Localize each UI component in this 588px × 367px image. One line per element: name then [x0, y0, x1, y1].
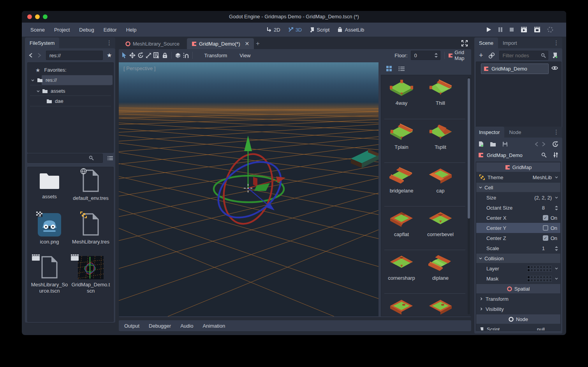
mode-3d-button[interactable]: 3D: [288, 27, 302, 33]
palette-item-tsplit[interactable]: Tsplit: [421, 123, 460, 150]
scale-tool-button[interactable]: [144, 51, 153, 60]
history-back-icon[interactable]: [535, 142, 538, 146]
mode-2d-button[interactable]: 2D: [266, 27, 280, 33]
property-collision-layer[interactable]: Layer: [476, 263, 560, 273]
section-collision[interactable]: Collision: [476, 254, 560, 263]
file-item-assets[interactable]: assets: [29, 172, 70, 200]
file-item-default-env[interactable]: default_env.tres: [70, 169, 111, 201]
mesh-palette[interactable]: 4way Thill Tplain Tsplit bridgelane: [381, 75, 471, 316]
view-menu[interactable]: View: [236, 53, 254, 58]
property-octant-size[interactable]: Octant Size 8: [476, 203, 560, 213]
tab-import[interactable]: Import: [498, 37, 522, 48]
list-view-toggle-icon[interactable]: [107, 156, 113, 161]
file-item-gridmap-demo[interactable]: GridMap_Demo.tscn: [70, 256, 111, 294]
bottom-tab-audio[interactable]: Audio: [180, 323, 193, 329]
history-forward-icon[interactable]: [542, 142, 545, 146]
new-resource-icon[interactable]: [478, 141, 484, 147]
property-search-icon[interactable]: [541, 152, 547, 158]
menu-project[interactable]: Project: [54, 27, 70, 33]
palette-item-cap[interactable]: cap: [421, 167, 460, 194]
property-center-x[interactable]: Center X ✓On: [476, 213, 560, 223]
chevron-down-icon[interactable]: [555, 266, 558, 270]
nav-back-icon[interactable]: [29, 53, 33, 58]
palette-item-cornerbevel[interactable]: cornerbevel: [421, 210, 460, 237]
palette-item-4way[interactable]: 4way: [382, 79, 421, 106]
favorite-star-icon[interactable]: ★: [107, 52, 112, 59]
property-script[interactable]: Script null: [476, 324, 560, 331]
class-header-spatial[interactable]: Spatial: [476, 284, 560, 293]
save-resource-icon[interactable]: [502, 141, 508, 147]
tab-gridmap-demo[interactable]: GridMap_Demo(*) ✕: [187, 38, 254, 49]
tree-favorites[interactable]: ★ Favorites:: [28, 65, 113, 75]
class-header-gridmap[interactable]: GridMap: [476, 162, 560, 172]
list-select-tool-button[interactable]: [153, 51, 161, 60]
menu-scene[interactable]: Scene: [30, 27, 45, 33]
nav-forward-icon[interactable]: [37, 53, 41, 58]
checkbox-checked[interactable]: ✓: [543, 215, 548, 221]
new-tab-icon[interactable]: +: [256, 40, 260, 48]
property-theme[interactable]: Theme MeshLib: [476, 172, 560, 182]
lock-button[interactable]: [161, 51, 169, 60]
attach-script-icon[interactable]: [552, 52, 558, 58]
pause-button[interactable]: [498, 27, 503, 32]
property-collision-mask[interactable]: Mask: [476, 273, 560, 284]
transform-menu[interactable]: Transform: [201, 53, 231, 58]
palette-scrollbar-thumb[interactable]: [468, 78, 470, 219]
spin-updown-icon[interactable]: [434, 53, 438, 58]
theme-value[interactable]: MeshLib: [533, 175, 552, 180]
gridmap-menu[interactable]: Grid Map: [454, 49, 471, 61]
play-button[interactable]: [486, 27, 491, 32]
property-center-z[interactable]: Center Z ✓On: [476, 233, 560, 243]
tree-item-dae[interactable]: dae: [28, 96, 113, 106]
chevron-down-icon[interactable]: [555, 175, 558, 179]
layer-bitgrid[interactable]: [527, 266, 552, 272]
path-input[interactable]: [46, 51, 103, 60]
tab-node[interactable]: Node: [504, 127, 526, 138]
palette-item-diplane[interactable]: diplane: [421, 254, 460, 281]
section-visibility[interactable]: Visibility: [476, 304, 560, 314]
play-scene-button[interactable]: [521, 27, 527, 33]
snap-button[interactable]: [182, 51, 190, 60]
inspector-menu-icon[interactable]: ⋮: [553, 129, 559, 136]
play-custom-scene-button[interactable]: [534, 27, 540, 33]
chevron-down-icon[interactable]: [555, 196, 558, 199]
select-tool-button[interactable]: [120, 51, 129, 60]
tree-item-assets[interactable]: assets: [28, 86, 113, 96]
palette-item-partial[interactable]: [421, 298, 460, 316]
viewport-3d[interactable]: [ Perspective ]: [119, 62, 379, 316]
tab-scene[interactable]: Scene: [474, 37, 498, 48]
bottom-tab-animation[interactable]: Animation: [202, 323, 225, 329]
spin-updown-icon[interactable]: [555, 246, 558, 251]
spin-updown-icon[interactable]: [555, 206, 558, 210]
bottom-tab-debugger[interactable]: Debugger: [149, 323, 171, 329]
palette-item-partial[interactable]: [382, 298, 421, 316]
menu-help[interactable]: Help: [126, 27, 137, 33]
menu-debug[interactable]: Debug: [79, 27, 94, 33]
close-tab-icon[interactable]: ✕: [245, 41, 249, 47]
mode-script-button[interactable]: Script: [310, 27, 329, 33]
menu-editor[interactable]: Editor: [104, 27, 117, 33]
mode-assetlib-button[interactable]: AssetLib: [337, 27, 364, 33]
file-item-icon-png[interactable]: icon.png: [29, 213, 70, 245]
scene-dock-menu-icon[interactable]: ⋮: [553, 39, 559, 46]
load-resource-folder-icon[interactable]: [490, 142, 496, 147]
group-button[interactable]: [174, 51, 182, 60]
palette-item-bridgelane[interactable]: bridgelane: [382, 167, 421, 194]
palette-item-tplain[interactable]: Tplain: [382, 123, 421, 150]
section-transform[interactable]: Transform: [476, 294, 560, 304]
chevron-down-icon[interactable]: [555, 277, 558, 281]
stop-button[interactable]: [509, 27, 514, 32]
filesystem-menu-icon[interactable]: ⋮: [106, 39, 112, 46]
palette-scrollbar[interactable]: [468, 77, 470, 314]
tree-item-res[interactable]: res://: [28, 75, 113, 85]
rotate-tool-button[interactable]: [137, 51, 145, 60]
instance-scene-icon[interactable]: [489, 53, 495, 58]
tab-inspector[interactable]: Inspector: [474, 127, 504, 138]
grid-view-icon[interactable]: [386, 66, 392, 72]
caret-down-icon[interactable]: [31, 78, 35, 82]
tab-filesystem[interactable]: FileSystem: [25, 37, 59, 48]
file-item-meshlibrary-tres[interactable]: MeshLibrary.tres: [70, 213, 111, 245]
class-header-node[interactable]: Node: [476, 314, 560, 324]
caret-down-icon[interactable]: [36, 89, 40, 93]
property-size[interactable]: Size (2, 2, 2): [476, 192, 560, 203]
